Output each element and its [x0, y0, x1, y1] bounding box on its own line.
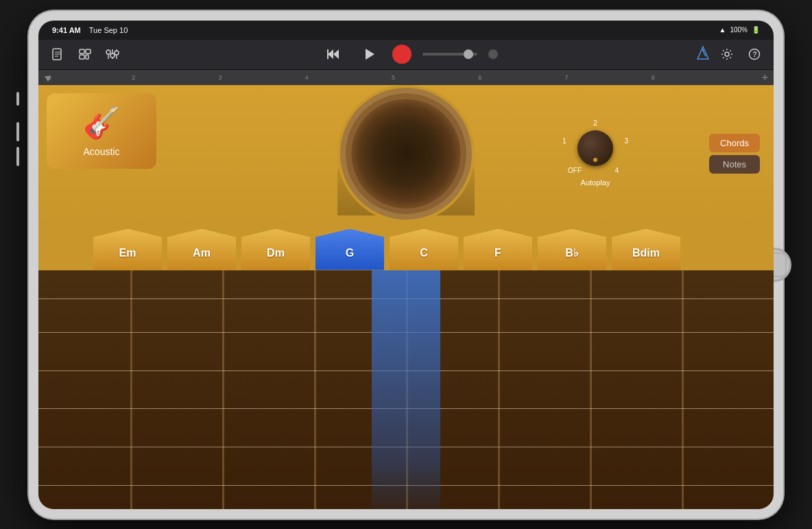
- fret-1: [130, 270, 132, 509]
- instrument-name: Acoustic: [84, 146, 120, 157]
- autoplay-4-label: 4: [614, 167, 619, 174]
- chords-button[interactable]: Chords: [709, 134, 760, 152]
- guitar-top-area: 🎸 Acoustic OFF 1 2 3: [38, 85, 774, 222]
- svg-rect-16: [327, 49, 329, 59]
- ipad-screen: 9:41 AM Tue Sep 10 ▲ 100% 🔋: [38, 21, 774, 509]
- play-button[interactable]: [357, 42, 381, 67]
- chord-button-f[interactable]: F: [464, 229, 532, 270]
- autoplay-off-label: OFF: [568, 167, 582, 174]
- mute-button[interactable]: [16, 92, 19, 106]
- ruler-mark-4: 4: [305, 74, 309, 81]
- status-time: 9:41 AM: [52, 26, 81, 34]
- help-button[interactable]: ?: [743, 43, 765, 65]
- chord-button-bdim[interactable]: Bdim: [612, 229, 680, 270]
- volume-thumb: [464, 49, 473, 59]
- main-content: 🎸 Acoustic OFF 1 2 3: [38, 85, 774, 509]
- output-toggle[interactable]: [488, 49, 498, 59]
- guitar-body: [331, 92, 481, 215]
- instrument-card[interactable]: 🎸 Acoustic: [47, 93, 156, 169]
- status-icons: ▲ 100% 🔋: [719, 26, 760, 34]
- rewind-button[interactable]: [321, 42, 346, 67]
- chord-row: EmAmDmGCFB♭Bdim: [38, 222, 774, 270]
- ruler-mark-8: 8: [652, 74, 655, 81]
- record-button[interactable]: [392, 45, 411, 64]
- svg-marker-17: [366, 49, 374, 60]
- volume-slider[interactable]: [422, 53, 477, 56]
- fret-3: [314, 270, 316, 509]
- settings-button[interactable]: [716, 43, 738, 65]
- status-date: Tue Sep 10: [89, 26, 128, 34]
- svg-marker-18: [697, 47, 708, 59]
- instrument-icon: 🎸: [83, 105, 121, 141]
- notes-button[interactable]: Notes: [709, 155, 760, 174]
- svg-rect-6: [80, 55, 84, 59]
- fret-6: [590, 270, 592, 509]
- battery-icon: 🔋: [752, 26, 760, 34]
- svg-marker-14: [328, 49, 333, 59]
- volume-up-button[interactable]: [16, 122, 19, 141]
- add-track-button[interactable]: +: [762, 71, 768, 84]
- autoplay-3-label: 3: [624, 137, 628, 145]
- status-bar: 9:41 AM Tue Sep 10 ▲ 100% 🔋: [38, 21, 774, 40]
- playhead-marker: [45, 76, 51, 82]
- svg-point-12: [110, 54, 115, 58]
- active-chord-highlight: [372, 270, 440, 509]
- metronome-button[interactable]: [695, 45, 710, 64]
- autoplay-2-label: 2: [593, 119, 597, 127]
- chord-button-dm[interactable]: Dm: [241, 229, 310, 270]
- svg-text:?: ?: [753, 51, 757, 58]
- chord-button-g[interactable]: G: [315, 229, 384, 270]
- autoplay-1-label: 1: [562, 137, 566, 145]
- fret-2: [222, 270, 224, 509]
- toolbar-right: ?: [695, 43, 765, 65]
- ruler-mark-2: 2: [132, 74, 135, 81]
- autoplay-knob[interactable]: [577, 130, 613, 166]
- volume-down-button[interactable]: [16, 147, 19, 166]
- mixer-button[interactable]: [102, 43, 123, 65]
- ipad-frame: 9:41 AM Tue Sep 10 ▲ 100% 🔋: [29, 11, 783, 519]
- fretboard[interactable]: [38, 270, 774, 509]
- autoplay-section: OFF 1 2 3 4 Autoplay: [568, 121, 623, 187]
- autoplay-label: Autoplay: [581, 178, 610, 187]
- svg-rect-4: [80, 49, 84, 54]
- svg-point-11: [106, 50, 110, 54]
- ruler-mark-7: 7: [564, 74, 568, 81]
- transport-controls: [129, 42, 690, 67]
- chord-button-em[interactable]: Em: [93, 229, 162, 270]
- svg-point-21: [725, 52, 729, 56]
- fret-lines: [38, 270, 774, 509]
- battery-label: 100%: [730, 26, 748, 34]
- new-song-button[interactable]: [47, 43, 69, 65]
- chord-button-bb[interactable]: B♭: [538, 229, 606, 270]
- autoplay-knob-container: OFF 1 2 3 4: [568, 121, 623, 176]
- svg-point-13: [115, 51, 119, 55]
- wifi-icon: ▲: [719, 26, 726, 34]
- knob-indicator: [593, 158, 597, 162]
- svg-point-20: [702, 49, 704, 51]
- fret-5: [498, 270, 500, 509]
- chord-button-c[interactable]: C: [390, 229, 458, 270]
- chord-button-am[interactable]: Am: [167, 229, 236, 270]
- volume-buttons: [16, 122, 19, 166]
- ruler-mark-5: 5: [392, 74, 395, 81]
- svg-rect-5: [86, 49, 91, 54]
- guitar-soundhole: [351, 99, 461, 209]
- svg-rect-7: [86, 55, 88, 59]
- fret-7: [682, 270, 684, 509]
- ruler-mark-3: 3: [218, 74, 222, 81]
- ruler-mark-6: 6: [478, 74, 481, 81]
- mode-toggle: Chords Notes: [709, 134, 760, 174]
- toolbar: ?: [38, 40, 774, 70]
- timeline-ruler: 1 2 3 4 5 6 7 8 +: [38, 70, 774, 85]
- svg-marker-15: [333, 49, 339, 59]
- tracks-view-button[interactable]: [74, 43, 96, 65]
